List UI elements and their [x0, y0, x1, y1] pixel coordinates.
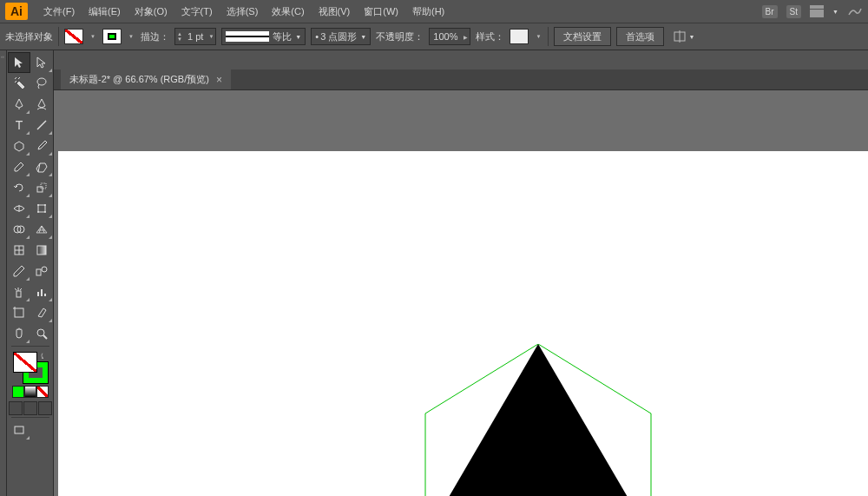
menu-effect[interactable]: 效果(C)	[265, 2, 311, 22]
control-bar: 未选择对象 ▼ ▼ 描边： ▲▼ 1 pt ▼ 等比 ▼ • 3 点圆形 ▼ 不…	[0, 23, 868, 50]
svg-point-10	[37, 204, 39, 206]
bridge-icon[interactable]: Br	[762, 5, 778, 18]
rectangle-tool[interactable]	[8, 136, 30, 156]
magic-wand-tool[interactable]	[8, 73, 30, 94]
stock-icon[interactable]: St	[786, 5, 801, 18]
fill-preview[interactable]	[13, 352, 37, 373]
lasso-tool[interactable]	[30, 73, 53, 94]
svg-text:T: T	[15, 118, 23, 132]
canvas[interactable]	[54, 90, 868, 496]
fill-swatch[interactable]	[64, 29, 83, 44]
perspective-grid-tool[interactable]	[30, 219, 53, 240]
menu-window[interactable]: 窗口(W)	[357, 2, 405, 22]
svg-marker-33	[373, 344, 703, 496]
column-graph-tool[interactable]	[30, 281, 53, 302]
preferences-button[interactable]: 首选项	[616, 27, 664, 46]
stroke-dropdown[interactable]: ▼	[127, 29, 135, 44]
svg-point-13	[44, 211, 46, 213]
svg-rect-25	[44, 294, 46, 296]
pen-tool[interactable]	[8, 94, 30, 115]
mesh-tool[interactable]	[8, 240, 30, 261]
document-tabs: 未标题-2* @ 66.67% (RGB/预览) ×	[54, 69, 868, 90]
menu-help[interactable]: 帮助(H)	[405, 2, 451, 22]
paintbrush-tool[interactable]	[30, 136, 53, 156]
stroke-weight-spinner[interactable]: ▲▼	[175, 29, 184, 44]
none-chip[interactable]	[36, 386, 49, 398]
opacity-label: 不透明度：	[376, 30, 424, 43]
curvature-tool[interactable]	[30, 94, 53, 115]
screen-mode[interactable]	[8, 420, 30, 440]
fill-dropdown[interactable]: ▼	[89, 29, 97, 44]
type-tool[interactable]: T	[8, 115, 30, 136]
svg-rect-23	[37, 292, 39, 296]
menu-file[interactable]: 文件(F)	[36, 2, 82, 22]
svg-rect-31	[15, 427, 23, 433]
slice-tool[interactable]	[30, 302, 53, 323]
opacity-dropdown[interactable]: ▶	[461, 29, 470, 44]
style-dropdown[interactable]: ▼	[534, 29, 542, 44]
stroke-weight-value[interactable]: 1 pt	[184, 31, 207, 42]
style-label: 样式：	[476, 30, 504, 43]
align-control[interactable]: ▼	[673, 30, 694, 43]
stroke-swatch[interactable]	[102, 29, 122, 44]
svg-rect-20	[36, 269, 41, 275]
color-chip[interactable]	[12, 386, 24, 398]
document-area: 未标题-2* @ 66.67% (RGB/预览) ×	[54, 50, 868, 496]
hand-tool[interactable]	[8, 323, 30, 344]
opacity-field[interactable]: 100% ▶	[429, 28, 470, 45]
swap-fill-stroke-icon[interactable]: ⤹	[39, 352, 46, 360]
gpu-icon[interactable]	[847, 5, 863, 17]
arrange-documents-icon[interactable]	[810, 5, 824, 17]
tool-panel: T	[7, 50, 54, 496]
width-tool[interactable]	[8, 198, 30, 219]
variable-width-profile[interactable]: 等比 ▼	[221, 28, 306, 45]
free-transform-tool[interactable]	[30, 198, 53, 219]
gradient-tool[interactable]	[30, 240, 53, 261]
stroke-weight-field[interactable]: ▲▼ 1 pt ▼	[174, 28, 216, 45]
menu-view[interactable]: 视图(V)	[312, 2, 358, 22]
document-setup-button[interactable]: 文档设置	[554, 27, 611, 46]
svg-rect-22	[16, 291, 21, 297]
svg-marker-5	[15, 142, 23, 151]
menu-edit[interactable]: 编辑(E)	[82, 2, 128, 22]
menu-object[interactable]: 对象(O)	[128, 2, 174, 22]
gradient-chip[interactable]	[24, 386, 36, 398]
draw-behind[interactable]	[23, 401, 37, 415]
stroke-weight-dropdown[interactable]: ▼	[207, 29, 215, 44]
menu-select[interactable]: 选择(S)	[220, 2, 266, 22]
selection-status: 未选择对象	[5, 30, 53, 43]
brush-definition[interactable]: • 3 点圆形 ▼	[311, 28, 371, 45]
shaper-tool[interactable]	[8, 156, 30, 177]
symbol-sprayer-tool[interactable]	[8, 281, 30, 302]
close-tab-icon[interactable]: ×	[216, 74, 222, 86]
rotate-tool[interactable]	[8, 177, 30, 198]
triangle-shape[interactable]	[373, 344, 703, 496]
fill-stroke-swatch[interactable]: ⤹	[11, 352, 49, 383]
document-tab-label: 未标题-2* @ 66.67% (RGB/预览)	[69, 73, 209, 86]
eyedropper-tool[interactable]	[8, 261, 30, 281]
side-panel-collapsed[interactable]	[0, 50, 7, 496]
direct-selection-tool[interactable]	[30, 52, 53, 73]
scale-tool[interactable]	[30, 177, 53, 198]
opacity-value[interactable]: 100%	[430, 31, 461, 42]
document-tab[interactable]: 未标题-2* @ 66.67% (RGB/预览) ×	[61, 69, 231, 89]
stroke-label: 描边：	[141, 30, 169, 43]
draw-normal[interactable]	[9, 401, 23, 415]
shape-builder-tool[interactable]	[8, 219, 30, 240]
menu-bar: Ai 文件(F) 编辑(E) 对象(O) 文字(T) 选择(S) 效果(C) 视…	[0, 0, 868, 23]
arrange-dropdown[interactable]: ▼	[832, 9, 838, 15]
line-segment-tool[interactable]	[30, 115, 53, 136]
artboard[interactable]	[58, 151, 868, 496]
graphic-style-swatch[interactable]	[510, 29, 529, 44]
draw-modes	[9, 401, 52, 415]
svg-rect-19	[37, 246, 46, 255]
menu-type[interactable]: 文字(T)	[174, 2, 220, 22]
selection-tool[interactable]	[8, 52, 30, 73]
zoom-tool[interactable]	[30, 323, 53, 344]
blend-tool[interactable]	[30, 261, 53, 281]
artboard-tool[interactable]	[8, 302, 30, 323]
eraser-tool[interactable]	[30, 156, 53, 177]
uniform-label: 等比	[273, 30, 292, 43]
svg-rect-6	[37, 187, 43, 192]
draw-inside[interactable]	[38, 401, 52, 415]
